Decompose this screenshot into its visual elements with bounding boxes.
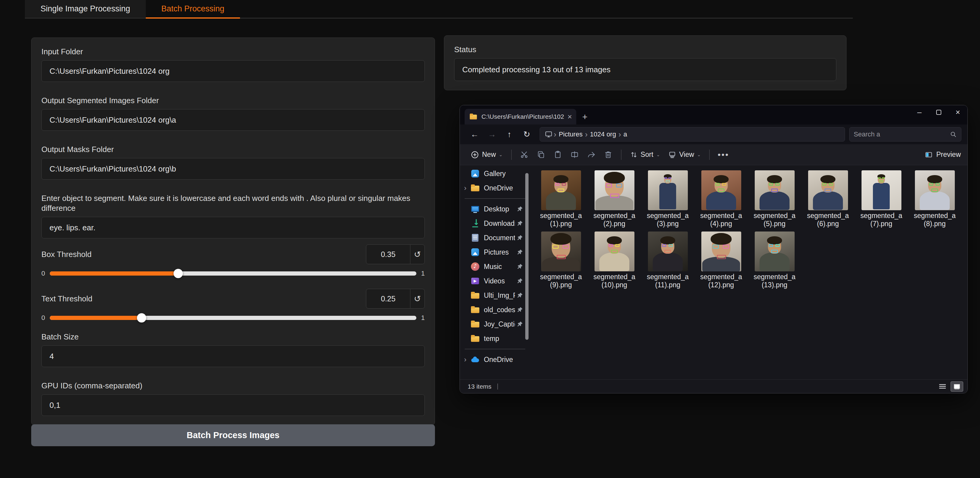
file-tile[interactable]: segmented_a (9).png	[534, 232, 588, 291]
up-button[interactable]: ↑	[501, 130, 518, 139]
view-thumbnails-button[interactable]	[951, 381, 963, 392]
preview-toggle[interactable]: Preview	[925, 151, 961, 159]
explorer-titlebar[interactable]: C:\Users\Furkan\Pictures\1024 × + – ×	[460, 105, 967, 124]
slider-handle[interactable]	[173, 269, 183, 278]
slider-handle[interactable]	[137, 313, 146, 323]
toolbar-divider	[621, 150, 622, 160]
sidebar-item[interactable]: › OneDrive - Perso	[460, 181, 530, 195]
segment-prompt-field[interactable]	[41, 217, 425, 238]
sidebar-item-label: Ulti_Img_PreF	[484, 292, 515, 300]
tab-close-icon[interactable]: ×	[568, 112, 572, 121]
view-button[interactable]: View ⌄	[664, 148, 705, 162]
delete-button[interactable]	[602, 148, 615, 161]
rename-button[interactable]	[568, 148, 581, 161]
text-threshold-slider[interactable]	[50, 316, 416, 320]
text-threshold-number[interactable]	[366, 289, 410, 308]
sidebar-bottom-group: › OneDrive	[460, 353, 530, 367]
output-masks-field[interactable]	[41, 158, 425, 179]
segmentation-box	[718, 189, 724, 192]
file-name: segmented_a (5).png	[754, 212, 795, 228]
copy-button[interactable]	[535, 148, 548, 161]
sidebar-item[interactable]: › Downloads	[460, 216, 530, 230]
file-tile[interactable]: segmented_a (4).png	[694, 170, 748, 230]
sort-button[interactable]: Sort ⌄	[626, 148, 665, 162]
reset-icon: ↺	[414, 294, 421, 303]
sidebar-scrollbar[interactable]	[525, 173, 528, 340]
output-segmented-field[interactable]	[41, 109, 425, 131]
file-tile[interactable]: segmented_a (11).png	[641, 232, 694, 291]
box-threshold-number[interactable]	[366, 245, 410, 264]
chevron-right-icon[interactable]: ›	[464, 184, 471, 192]
file-tile[interactable]: segmented_a (10).png	[588, 232, 641, 291]
file-tile[interactable]: segmented_a (2).png	[588, 170, 641, 230]
back-button[interactable]: ←	[466, 130, 483, 139]
file-name: segmented_a (13).png	[754, 273, 795, 289]
segmentation-box	[723, 245, 729, 249]
file-tile[interactable]: segmented_a (12).png	[694, 232, 748, 291]
segmentation-box	[769, 183, 773, 186]
batch-size-field[interactable]	[41, 345, 425, 367]
address-bar[interactable]: › Pictures › 1024 org › a	[539, 127, 845, 141]
segmentation-box	[935, 183, 940, 186]
sidebar-item[interactable]: › Desktop	[460, 202, 530, 216]
file-tile[interactable]: segmented_a (5).png	[748, 170, 801, 230]
batch-process-images-button[interactable]: Batch Process Images	[31, 424, 435, 446]
explorer-tab[interactable]: C:\Users\Furkan\Pictures\1024 ×	[465, 109, 576, 124]
sidebar-item[interactable]: › Gallery	[460, 167, 530, 181]
window-minimize-button[interactable]: –	[910, 105, 929, 119]
window-maximize-button[interactable]	[929, 105, 948, 119]
share-button[interactable]	[585, 148, 598, 161]
sidebar-item[interactable]: › Music	[460, 259, 530, 274]
search-icon	[950, 131, 957, 138]
new-tab-button[interactable]: +	[582, 112, 588, 122]
folder-icon	[469, 113, 477, 121]
gpu-ids-field[interactable]	[41, 394, 425, 416]
new-button[interactable]: New ⌄	[466, 148, 507, 162]
sidebar-item[interactable]: › Pictures	[460, 245, 530, 259]
segmentation-box	[878, 177, 881, 179]
box-threshold-reset-button[interactable]: ↺	[410, 245, 425, 264]
segmentation-box	[557, 255, 566, 259]
file-grid: segmented_a (1).png	[534, 170, 966, 293]
sidebar-item-icon	[471, 248, 480, 257]
chevron-right-icon[interactable]: ›	[464, 355, 471, 364]
person-torso	[813, 191, 843, 210]
forward-button[interactable]: →	[483, 130, 501, 139]
file-tile[interactable]: segmented_a (3).png	[641, 170, 694, 230]
file-tile[interactable]: segmented_a (8).png	[908, 170, 961, 230]
text-threshold-reset-button[interactable]: ↺	[410, 289, 425, 308]
more-options-button[interactable]: •••	[714, 150, 732, 160]
file-tile[interactable]: segmented_a (1).png	[534, 170, 588, 230]
segmentation-box	[666, 180, 670, 182]
maximize-icon	[936, 110, 941, 115]
person-torso	[759, 252, 789, 271]
tab-single-image-processing[interactable]: Single Image Processing	[25, 0, 146, 18]
cut-button[interactable]	[518, 148, 531, 161]
file-tile[interactable]: segmented_a (13).png	[748, 232, 801, 291]
segmentation-box	[771, 189, 778, 192]
sidebar-item[interactable]: › Videos	[460, 274, 530, 288]
tab-batch-processing[interactable]: Batch Processing	[146, 0, 240, 18]
file-tile[interactable]: segmented_a (6).png	[801, 170, 854, 230]
box-threshold-slider[interactable]	[50, 272, 416, 276]
file-tile[interactable]: segmented_a (7).png	[854, 170, 908, 230]
search-input[interactable]	[854, 130, 950, 138]
sidebar-item[interactable]: › Ulti_Img_PreF	[460, 288, 530, 303]
sidebar-item[interactable]: › old_codes	[460, 303, 530, 317]
paste-button[interactable]	[551, 148, 565, 161]
segment-prompt-label: Enter object to segment. Make sure it is…	[41, 194, 425, 213]
refresh-button[interactable]: ↻	[518, 130, 535, 139]
breadcrumb-item[interactable]: 1024 org	[588, 130, 619, 138]
breadcrumb-item[interactable]: Pictures	[557, 130, 585, 138]
sidebar-item[interactable]: › Documents	[460, 230, 530, 245]
tab-bar: Single Image Processing Batch Processing	[25, 0, 853, 19]
copy-icon	[537, 151, 545, 159]
sidebar-item[interactable]: › Joy_Caption_y	[460, 317, 530, 331]
sidebar-item[interactable]: › temp	[460, 331, 530, 346]
file-name: segmented_a (11).png	[647, 273, 689, 289]
input-folder-field[interactable]	[41, 60, 425, 82]
breadcrumb-item[interactable]: a	[621, 130, 629, 138]
sidebar-item[interactable]: › OneDrive	[460, 353, 530, 367]
view-details-button[interactable]	[936, 381, 949, 392]
window-close-button[interactable]: ×	[948, 105, 967, 119]
